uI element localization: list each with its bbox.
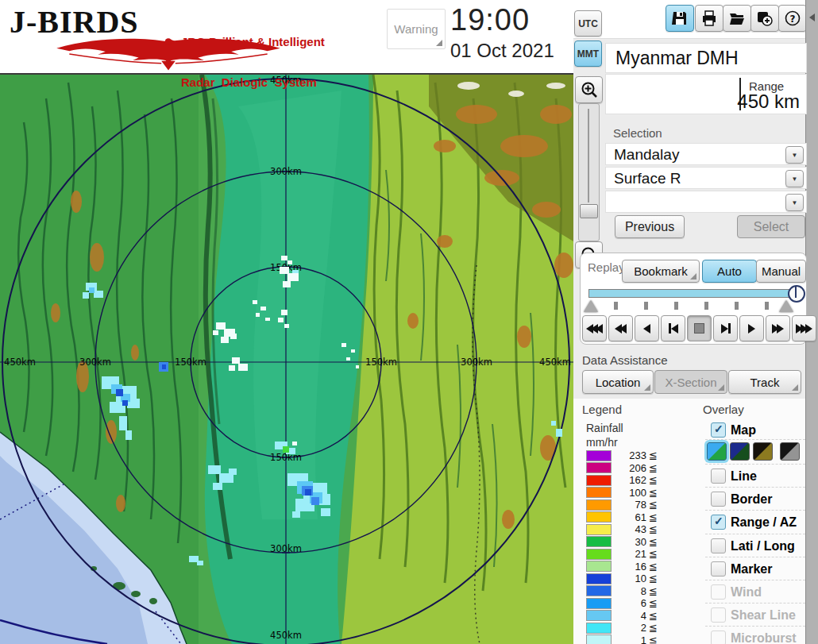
- step-forward-button[interactable]: [713, 315, 738, 341]
- open-folder-button[interactable]: [723, 5, 751, 32]
- location-button[interactable]: Location: [582, 370, 654, 394]
- fast-forward-button[interactable]: [766, 315, 790, 341]
- color-swatch: [586, 549, 612, 560]
- checkbox-icon[interactable]: [711, 492, 726, 507]
- svg-text:450km: 450km: [539, 357, 571, 368]
- overlay-item-range-az[interactable]: Range / AZ: [705, 510, 805, 534]
- stop-button[interactable]: [687, 315, 712, 341]
- manual-button[interactable]: Manual: [756, 260, 806, 283]
- color-swatch: [586, 634, 612, 644]
- corner-fold-icon: [644, 384, 650, 391]
- svg-text:300km: 300km: [270, 166, 302, 177]
- chevron-down-icon[interactable]: ▼: [785, 194, 804, 211]
- legend-row: 16≦: [586, 561, 658, 573]
- overlay-item-shear-line: Shear Line: [705, 603, 805, 627]
- x-section-button[interactable]: X-Section: [654, 370, 727, 394]
- checkbox-icon[interactable]: [711, 561, 726, 577]
- checkbox-icon[interactable]: [711, 469, 726, 484]
- warning-button[interactable]: Warning: [387, 9, 446, 49]
- legend-row: 6≦: [586, 597, 658, 610]
- folder-icon: [729, 10, 745, 26]
- skip-to-end-button[interactable]: [792, 315, 816, 341]
- utc-button[interactable]: UTC: [574, 10, 602, 37]
- product-dropdown[interactable]: Surface R ▼: [605, 167, 807, 189]
- checkbox-disabled-icon: [711, 607, 726, 623]
- corner-fold-icon: [718, 384, 724, 391]
- clock-time: 19:00: [450, 3, 530, 37]
- legend-row: 10≦: [586, 573, 658, 585]
- overlay-label: Overlay: [703, 403, 744, 416]
- color-swatch: [586, 475, 612, 486]
- data-assistance-label: Data Assistance: [582, 353, 668, 367]
- legend-row: 43≦: [586, 523, 658, 536]
- map-style-gray-dark[interactable]: [780, 442, 800, 461]
- color-swatch: [586, 450, 612, 461]
- radar-map[interactable]: 450km 300km 150km 450km 300km 150km 150k…: [0, 75, 573, 644]
- replay-slider[interactable]: [588, 289, 798, 298]
- legend-row: 30≦: [586, 536, 658, 549]
- overlay-item-lati-long[interactable]: Lati / Long: [705, 534, 805, 557]
- legend-row: 21≦: [586, 548, 658, 561]
- map-style-terrain-color[interactable]: [707, 442, 727, 461]
- overlay-item-border[interactable]: Border: [705, 487, 805, 511]
- checkbox-checked-icon[interactable]: [711, 422, 726, 438]
- site-dropdown[interactable]: Mandalay ▼: [605, 143, 807, 165]
- app-title: J-BIRDS: [10, 3, 139, 40]
- checkbox-checked-icon[interactable]: [711, 515, 726, 530]
- slider-start-marker[interactable]: [584, 300, 598, 312]
- auto-button[interactable]: Auto: [702, 260, 757, 283]
- legend-label: Legend: [582, 403, 622, 416]
- overlay-item-marker[interactable]: Marker: [705, 557, 805, 580]
- legend-row: 206≦: [586, 462, 658, 475]
- skip-to-start-button[interactable]: [582, 315, 607, 341]
- checkbox-disabled-icon: [711, 631, 726, 644]
- chevron-down-icon[interactable]: ▼: [785, 170, 804, 187]
- legend-row: 100≦: [586, 487, 658, 499]
- help-button[interactable]: ?: [778, 5, 807, 32]
- slider-end-marker[interactable]: [779, 300, 793, 312]
- overlay-item-map[interactable]: Map: [705, 418, 805, 442]
- app-logo: J-BIRDS JRC-Brilliant & Intelligent Rada…: [8, 2, 381, 71]
- zoom-in-button[interactable]: [575, 76, 603, 103]
- save-button[interactable]: [666, 5, 694, 32]
- add-image-icon: [757, 10, 773, 26]
- play-forward-button[interactable]: [739, 315, 764, 341]
- checkbox-icon[interactable]: [711, 538, 726, 553]
- play-backward-button[interactable]: [635, 315, 659, 341]
- replay-label: Replay: [588, 260, 625, 274]
- legend-row: 8≦: [586, 585, 658, 598]
- zoom-slider[interactable]: [578, 103, 600, 241]
- save-icon: [672, 10, 688, 26]
- color-swatch: [586, 561, 612, 572]
- selection-label: Selection: [613, 126, 662, 140]
- add-image-button[interactable]: [750, 5, 779, 32]
- collapse-panel-icon[interactable]: [809, 13, 815, 21]
- help-icon: ?: [785, 10, 801, 26]
- svg-text:300km: 300km: [270, 543, 302, 554]
- legend-row: 61≦: [586, 511, 658, 524]
- range-value: 450 km: [737, 91, 800, 113]
- chevron-down-icon[interactable]: ▼: [785, 146, 804, 164]
- step-backward-button[interactable]: [661, 315, 685, 341]
- legend-scale: 233≦ 206≦ 162≦ 100≦ 78≦ 61≦ 43≦ 30≦ 21≦ …: [586, 449, 658, 644]
- station-name: Myanmar DMH: [605, 43, 807, 73]
- control-panel: UTC MMT ? Myanmar DMH Range 450 km Sel: [573, 0, 818, 644]
- overlay-item-line[interactable]: Line: [705, 464, 805, 488]
- legend-unit: Rainfall mm/hr: [586, 421, 623, 449]
- previous-button[interactable]: Previous: [615, 215, 685, 238]
- select-button[interactable]: Select: [737, 215, 805, 238]
- print-button[interactable]: [695, 5, 723, 32]
- bookmark-button[interactable]: Bookmark: [622, 260, 700, 283]
- eagle-icon: [10, 37, 327, 71]
- extra-dropdown[interactable]: ▼: [605, 191, 807, 213]
- color-swatch: [586, 487, 612, 498]
- fast-rewind-button[interactable]: [608, 315, 633, 341]
- clock-date: 01 Oct 2021: [450, 40, 554, 62]
- zoom-slider-thumb[interactable]: [580, 204, 598, 218]
- mmt-button[interactable]: MMT: [574, 40, 602, 67]
- track-button[interactable]: Track: [728, 370, 801, 394]
- legend-row: 4≦: [586, 610, 658, 623]
- print-icon: [701, 10, 717, 26]
- map-style-olive-dark[interactable]: [753, 442, 773, 461]
- map-style-terrain-dark[interactable]: [730, 442, 750, 461]
